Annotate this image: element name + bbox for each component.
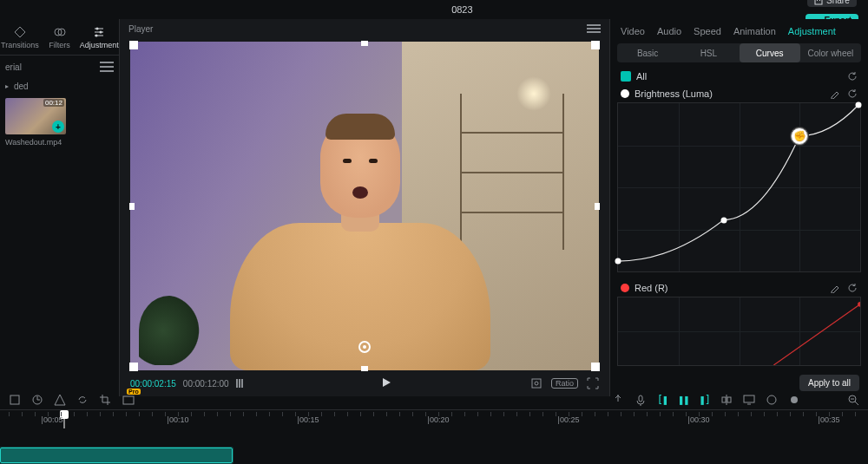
- edit-red-icon[interactable]: [830, 283, 840, 293]
- subtab-colorwheel[interactable]: Color wheel: [800, 43, 861, 62]
- align-icon[interactable]: [720, 394, 733, 406]
- svg-line-21: [773, 304, 860, 365]
- player-menu-icon[interactable]: [587, 24, 601, 33]
- timeline-tracks[interactable]: [0, 428, 868, 464]
- pro-tag: Pro: [127, 389, 141, 395]
- zoom-timeline-icon[interactable]: [847, 394, 859, 406]
- svg-rect-19: [532, 379, 541, 388]
- ruler-mark: |00:25: [558, 415, 580, 424]
- rtab-audio[interactable]: Audio: [657, 26, 681, 36]
- rtab-adjustment[interactable]: Adjustment: [788, 26, 836, 36]
- reset-all-icon[interactable]: [847, 71, 858, 82]
- share-label: Share: [826, 0, 850, 5]
- rtab-animation[interactable]: Animation: [733, 26, 776, 36]
- svg-line-36: [855, 402, 858, 405]
- svg-rect-29: [722, 397, 726, 402]
- all-label: All: [636, 71, 647, 82]
- svg-point-33: [767, 395, 776, 404]
- recenter-icon[interactable]: [358, 341, 371, 353]
- reset-luma-icon[interactable]: [847, 88, 858, 99]
- selection-frame[interactable]: [130, 42, 599, 370]
- fullscreen-icon[interactable]: [587, 377, 599, 389]
- bracket-split-icon[interactable]: ❚❚: [678, 394, 688, 406]
- pro-feature-icon[interactable]: Pro: [122, 394, 135, 406]
- tab-filters[interactable]: Filters: [40, 19, 80, 55]
- media-duration: 00:12: [43, 99, 64, 107]
- ruler-mark: |00:05: [42, 415, 63, 424]
- tab-transitions-label: Transitions: [1, 41, 39, 49]
- svg-point-34: [791, 396, 798, 403]
- red-channel-icon[interactable]: [621, 284, 629, 292]
- undo-icon[interactable]: [9, 394, 21, 406]
- svg-rect-23: [10, 395, 19, 404]
- bracket-out-icon[interactable]: ❚]: [700, 394, 710, 406]
- svg-rect-30: [727, 397, 731, 402]
- curve-node[interactable]: [615, 258, 621, 265]
- refresh-icon[interactable]: [31, 394, 43, 406]
- bracket-in-icon[interactable]: [❚: [657, 394, 667, 406]
- sync-icon[interactable]: [76, 394, 89, 406]
- svg-rect-31: [744, 395, 754, 402]
- apply-to-all-button[interactable]: Apply to all: [799, 375, 859, 391]
- play-button[interactable]: [381, 377, 391, 389]
- luma-curve-editor[interactable]: ✊: [617, 102, 861, 272]
- timecode-current: 00:00:02:15: [130, 379, 176, 389]
- focus-icon[interactable]: [530, 377, 542, 389]
- crop-icon[interactable]: [99, 394, 111, 406]
- marker-icon[interactable]: [612, 393, 624, 407]
- subtab-basic[interactable]: Basic: [617, 43, 678, 62]
- svg-rect-27: [639, 395, 642, 402]
- subtab-curves[interactable]: Curves: [740, 43, 800, 62]
- timeline-clip[interactable]: [0, 448, 233, 463]
- ratio-button[interactable]: Ratio: [551, 378, 578, 389]
- all-checkbox[interactable]: [621, 71, 631, 82]
- media-section-label: ded: [14, 82, 29, 91]
- tab-adjustment[interactable]: Adjustment: [79, 19, 119, 55]
- rtab-speed[interactable]: Speed: [694, 26, 721, 36]
- curve-node[interactable]: [720, 217, 727, 223]
- audio-level-icon: [236, 379, 243, 388]
- share-button[interactable]: Share: [807, 0, 857, 7]
- ruler-mark: |00:20: [428, 415, 450, 424]
- red-curve-editor[interactable]: [617, 297, 861, 366]
- media-section[interactable]: ded: [0, 78, 119, 95]
- rtab-video[interactable]: Video: [621, 26, 645, 36]
- curve-node[interactable]: [856, 101, 862, 108]
- ruler-mark: |00:15: [298, 415, 319, 424]
- tab-transitions[interactable]: Transitions: [0, 19, 40, 55]
- timeline-ruler[interactable]: |00:05|00:10|00:15|00:20|00:25|00:30|00:…: [0, 409, 868, 428]
- zoom-fit-icon[interactable]: [766, 394, 778, 406]
- svg-rect-26: [123, 396, 134, 404]
- list-view-icon[interactable]: [100, 62, 114, 72]
- monitor-icon[interactable]: [743, 394, 755, 406]
- tab-filters-label: Filters: [49, 41, 70, 49]
- reset-red-icon[interactable]: [847, 283, 858, 293]
- add-clip-icon[interactable]: +: [52, 121, 64, 133]
- media-clip[interactable]: 00:12 + Washedout.mp4: [5, 98, 66, 147]
- svg-point-20: [535, 382, 538, 385]
- luma-channel-icon[interactable]: [621, 89, 629, 98]
- svg-marker-18: [383, 378, 391, 387]
- svg-marker-9: [15, 27, 25, 37]
- ruler-mark: |00:10: [168, 415, 189, 424]
- svg-point-17: [95, 34, 98, 36]
- record-icon[interactable]: [788, 394, 800, 406]
- timecode-total: 00:00:12:00: [183, 379, 229, 389]
- svg-point-16: [100, 30, 102, 33]
- svg-rect-3: [815, 0, 822, 4]
- project-title: 0823: [122, 4, 803, 15]
- warning-icon[interactable]: [54, 394, 66, 406]
- ruler-mark: |00:30: [688, 415, 710, 424]
- edit-luma-icon[interactable]: [830, 88, 840, 99]
- mic-icon[interactable]: [635, 394, 647, 406]
- ruler-mark: |00:35: [819, 415, 840, 424]
- tab-adjustment-label: Adjustment: [80, 41, 119, 49]
- luma-label: Brightness (Luma): [635, 88, 713, 99]
- svg-marker-25: [55, 395, 65, 405]
- player-viewport[interactable]: [130, 42, 599, 370]
- svg-point-15: [96, 27, 99, 29]
- player-title: Player: [128, 24, 153, 34]
- media-thumb: 00:12 +: [5, 98, 66, 134]
- red-label: Red (R): [635, 283, 668, 293]
- subtab-hsl[interactable]: HSL: [678, 43, 739, 62]
